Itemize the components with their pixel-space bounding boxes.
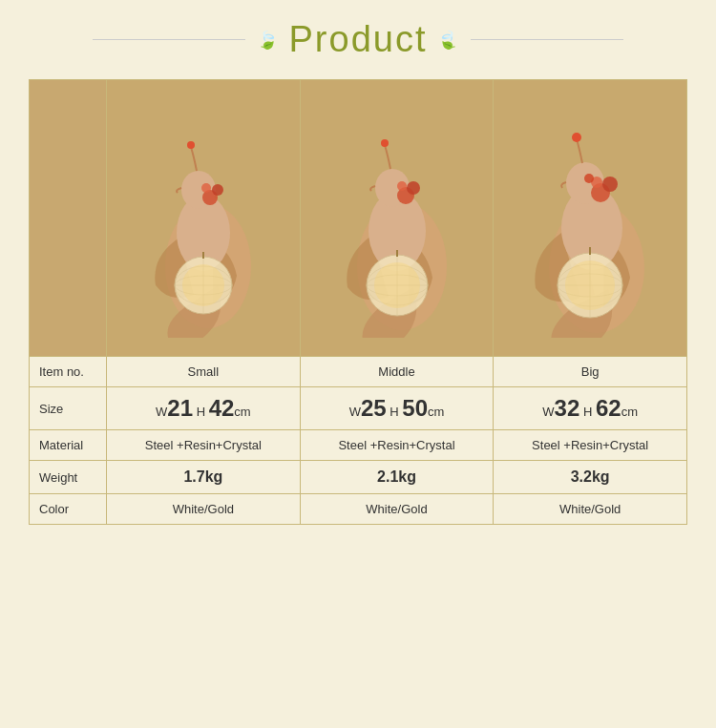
product-table: Item no. Small Middle Big Size W21 H 42c… [29, 79, 687, 525]
size-label: Size [30, 387, 107, 430]
header: 🍃 Product 🍃 [29, 19, 687, 60]
leaf-left-icon: 🍃 [257, 30, 278, 51]
size-middle-h: 50 [402, 395, 428, 421]
image-row [30, 80, 687, 357]
svg-point-33 [602, 177, 618, 192]
item-no-middle: Middle [300, 357, 494, 387]
weight-row: Weight 1.7kg 2.1kg 3.2kg [30, 461, 687, 494]
svg-point-6 [201, 183, 211, 193]
svg-point-35 [584, 174, 594, 183]
leaf-right-icon: 🍃 [438, 30, 459, 51]
image-cell-small [107, 80, 301, 357]
page-title: Product [289, 19, 428, 60]
size-big-h: 62 [596, 395, 621, 421]
item-no-row: Item no. Small Middle Big [30, 357, 687, 387]
image-cell-middle [300, 80, 494, 357]
item-no-label: Item no. [30, 357, 107, 387]
item-no-big: Big [494, 357, 687, 387]
svg-point-19 [407, 181, 420, 195]
svg-point-12 [182, 264, 224, 306]
color-middle: White/Gold [300, 494, 494, 525]
weight-middle: 2.1kg [300, 461, 494, 494]
material-middle: Steel +Resin+Crystal [300, 430, 494, 461]
svg-point-31 [572, 133, 581, 142]
size-small-h: 42 [209, 395, 235, 421]
page: 🍃 Product 🍃 [0, 0, 716, 728]
size-big: W32 H 62cm [494, 387, 687, 430]
image-cell-big [494, 80, 687, 357]
weight-small: 1.7kg [107, 461, 301, 494]
item-no-small: Small [107, 357, 301, 387]
color-small: White/Gold [107, 494, 301, 525]
svg-point-5 [212, 184, 223, 196]
svg-point-3 [187, 141, 195, 149]
material-small: Steel +Resin+Crystal [107, 430, 301, 461]
weight-label: Weight [30, 461, 107, 494]
color-row: Color White/Gold White/Gold White/Gold [30, 494, 687, 525]
header-line-left [93, 39, 245, 40]
size-row: Size W21 H 42cm W25 H 50cm W32 H 62cm [30, 387, 687, 430]
size-middle: W25 H 50cm [300, 387, 494, 430]
svg-point-17 [381, 139, 389, 147]
svg-point-41 [565, 260, 615, 310]
size-small: W21 H 42cm [107, 387, 301, 430]
color-label: Color [30, 494, 107, 525]
color-big: White/Gold [494, 494, 687, 525]
small-lamp-image [141, 94, 265, 338]
big-lamp-image [528, 94, 652, 338]
size-small-w: 21 [167, 395, 193, 421]
size-big-w: 32 [555, 395, 580, 421]
svg-point-20 [397, 181, 407, 191]
size-middle-w: 25 [361, 395, 387, 421]
material-row: Material Steel +Resin+Crystal Steel +Res… [30, 430, 687, 461]
svg-point-26 [374, 262, 420, 308]
material-big: Steel +Resin+Crystal [494, 430, 687, 461]
header-line-right [471, 39, 623, 40]
middle-lamp-image [335, 94, 459, 338]
weight-big: 3.2kg [494, 461, 687, 494]
image-cell-empty [30, 80, 107, 357]
material-label: Material [30, 430, 107, 461]
